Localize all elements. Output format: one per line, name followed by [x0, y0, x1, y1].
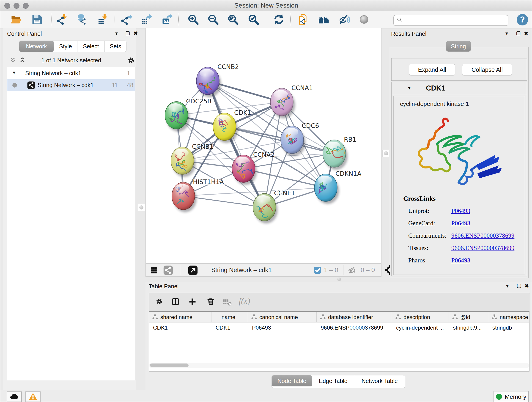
- home-network-icon[interactable]: [318, 13, 330, 26]
- network-options-gear-icon[interactable]: [127, 56, 135, 64]
- crosslink-link[interactable]: 9606.ENSP00000378699: [451, 232, 514, 239]
- network-collection-row[interactable]: ▾ String Network – cdk1 1: [7, 67, 135, 79]
- entry-expander-icon[interactable]: ▾: [408, 85, 411, 91]
- table-cell[interactable]: CDK1: [149, 322, 211, 333]
- crosslink-link[interactable]: P06493: [451, 257, 470, 264]
- panel-menu-icon[interactable]: ▾: [506, 283, 509, 289]
- column-header-name[interactable]: name: [211, 312, 248, 322]
- collapse-all-button[interactable]: Collapse All: [462, 64, 512, 75]
- panel-menu-icon[interactable]: ▾: [505, 31, 508, 36]
- zoom-fit-icon[interactable]: [227, 13, 239, 26]
- panel-close-icon[interactable]: ✖: [524, 31, 528, 36]
- shared-column-icon: [152, 314, 158, 320]
- node-label: CCNA1: [291, 84, 313, 91]
- tab-select[interactable]: Select: [77, 41, 105, 52]
- memory-button[interactable]: Memory: [494, 391, 529, 402]
- hidden-eye-icon[interactable]: [347, 266, 356, 275]
- table-cell[interactable]: CDK1: [211, 322, 248, 333]
- column-header-shared-name[interactable]: shared name: [149, 312, 211, 322]
- trash-icon[interactable]: [207, 298, 215, 306]
- window-title: Session: New Session: [0, 0, 532, 11]
- table-toolbar: f(x): [149, 293, 530, 312]
- export-table-icon[interactable]: [141, 13, 152, 26]
- column-header-namespace[interactable]: namespace: [488, 312, 529, 322]
- panel-float-icon[interactable]: ▢: [516, 30, 521, 36]
- crosslink-link[interactable]: P06493: [451, 207, 470, 215]
- export-image-icon[interactable]: [161, 13, 173, 26]
- column-header-@id[interactable]: @id: [449, 312, 488, 322]
- hide-unhide-icon[interactable]: [338, 13, 350, 26]
- import-network-icon[interactable]: [57, 13, 69, 26]
- crosslink-row: GeneCard:P06493: [403, 220, 436, 227]
- cloud-button[interactable]: [7, 391, 22, 402]
- refresh-icon[interactable]: [273, 13, 285, 26]
- panel-float-icon[interactable]: ▢: [517, 283, 521, 288]
- shared-column-icon: [491, 314, 497, 320]
- selected-checkbox-icon[interactable]: [313, 266, 322, 274]
- network-canvas[interactable]: CCNB2CCNA1CDC25BCDK1CDC6RB1CCNB1CCNA2CDK…: [146, 28, 381, 263]
- cytoscape-window: Session: New Session ? Control Panel ▾ ▢…: [0, 0, 532, 402]
- column-header-canonical-name[interactable]: canonical name: [248, 312, 317, 322]
- table-cell[interactable]: P06493: [248, 322, 317, 333]
- scrollbar-thumb[interactable]: [150, 364, 189, 367]
- search-field[interactable]: [393, 15, 508, 26]
- collection-expander-icon[interactable]: ▾: [13, 70, 15, 76]
- column-header-database-identifier[interactable]: database identifier: [317, 312, 392, 322]
- right-splitter-handle[interactable]: [382, 150, 390, 157]
- tab-network-table[interactable]: Network Table: [354, 375, 405, 386]
- column-label: name: [222, 314, 235, 320]
- document-share-icon[interactable]: [298, 13, 310, 26]
- table-row[interactable]: CDK1CDK1P064939606.ENSP00000378699cyclin…: [149, 322, 529, 333]
- table-cell[interactable]: 9606.ENSP00000378699: [317, 322, 392, 333]
- zoom-out-icon[interactable]: [207, 13, 219, 26]
- crosslink-link[interactable]: P06493: [451, 220, 470, 227]
- import-database-icon[interactable]: [76, 13, 88, 26]
- tab-sets[interactable]: Sets: [105, 41, 126, 52]
- tab-network[interactable]: Network: [19, 41, 54, 52]
- panel-float-icon[interactable]: ▢: [125, 30, 130, 36]
- import-table-icon[interactable]: [97, 13, 109, 26]
- protein-entry-header[interactable]: ▾ CDK1: [392, 82, 527, 95]
- columns-icon[interactable]: [171, 298, 180, 306]
- protein-entry-body: cyclin-dependent kinase 1: [393, 96, 525, 275]
- tab-string[interactable]: String: [446, 41, 471, 51]
- network-graph[interactable]: CCNB2CCNA1CDC25BCDK1CDC6RB1CCNB1CCNA2CDK…: [146, 28, 381, 263]
- expand-all-button[interactable]: Expand All: [409, 64, 455, 75]
- table-cell[interactable]: cyclin-dependent ...: [392, 322, 449, 333]
- open-folder-icon[interactable]: [10, 13, 22, 26]
- save-icon[interactable]: [31, 13, 43, 26]
- zoom-in-icon[interactable]: [187, 13, 199, 26]
- column-header-description[interactable]: description: [392, 312, 449, 322]
- goto-network-icon[interactable]: [188, 265, 198, 275]
- grid-view-icon[interactable]: [149, 265, 159, 275]
- table-horizontal-scrollbar[interactable]: [149, 363, 529, 368]
- table-cell[interactable]: stringdb:9...: [449, 322, 488, 333]
- network-row[interactable]: String Network – cdk1 11 48: [7, 79, 135, 91]
- export-network-icon[interactable]: [121, 13, 133, 26]
- sphere-icon[interactable]: [358, 13, 370, 26]
- crosslinks-title: CrossLinks: [403, 195, 436, 202]
- node-label: CCNB1: [192, 143, 214, 150]
- crosslink-label: Uniprot:: [408, 207, 429, 215]
- plus-icon[interactable]: [188, 298, 196, 306]
- tab-edge-table[interactable]: Edge Table: [312, 375, 354, 386]
- memory-label: Memory: [505, 393, 526, 400]
- crosslink-row: Compartments:9606.ENSP00000378699: [403, 232, 436, 240]
- zoom-selected-icon[interactable]: [247, 13, 259, 26]
- crosslink-link[interactable]: 9606.ENSP00000378699: [451, 245, 514, 252]
- network-overview-icon[interactable]: [163, 265, 173, 275]
- panel-close-icon[interactable]: ✖: [525, 283, 529, 289]
- left-splitter-handle[interactable]: [138, 204, 145, 211]
- help-button[interactable]: ?: [517, 14, 528, 26]
- search-input[interactable]: [406, 16, 505, 25]
- panel-close-icon[interactable]: ✖: [133, 31, 138, 36]
- table-cell[interactable]: stringdb: [488, 322, 529, 333]
- warnings-button[interactable]: [25, 391, 41, 402]
- tab-node-table[interactable]: Node Table: [272, 375, 312, 386]
- gear-black-icon[interactable]: [155, 298, 163, 305]
- panel-menu-icon[interactable]: ▾: [115, 31, 118, 36]
- main-toolbar: ?: [0, 11, 532, 28]
- tab-style[interactable]: Style: [54, 41, 77, 52]
- table-splitter-handle[interactable]: [336, 278, 342, 281]
- node-label: CCNE1: [274, 190, 295, 197]
